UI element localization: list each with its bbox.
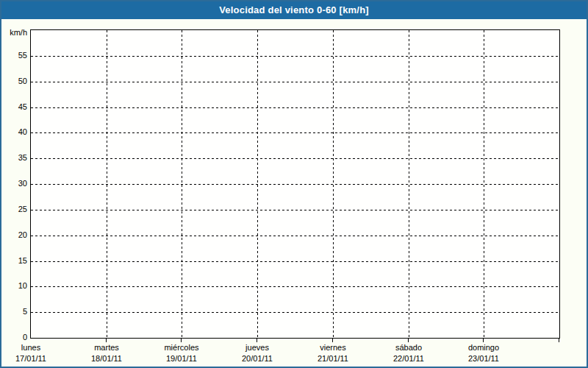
h-gridline bbox=[31, 210, 559, 210]
v-gridline bbox=[257, 30, 258, 338]
x-day-label: lunes17/01/11 bbox=[0, 342, 71, 364]
y-tick-label: 35 bbox=[1, 153, 27, 163]
v-gridline bbox=[333, 30, 334, 338]
y-tick-label: 55 bbox=[1, 51, 27, 60]
y-tick-label: 0 bbox=[1, 333, 27, 342]
y-axis-unit-label: km/h bbox=[1, 28, 27, 37]
y-tick-label: 25 bbox=[1, 205, 27, 214]
v-gridline bbox=[182, 30, 182, 338]
h-gridline bbox=[31, 107, 559, 108]
x-day-label: sábado22/01/11 bbox=[368, 342, 449, 364]
x-day-date: 20/01/11 bbox=[217, 353, 298, 364]
h-gridline bbox=[31, 286, 559, 287]
h-gridline bbox=[31, 132, 559, 133]
y-tick-label: 50 bbox=[1, 77, 27, 86]
v-gridline bbox=[107, 30, 107, 338]
y-tick-label: 20 bbox=[1, 230, 27, 240]
x-day-label: miércoles19/01/11 bbox=[141, 342, 222, 364]
x-day-name: lunes bbox=[0, 342, 71, 353]
h-gridline bbox=[31, 56, 559, 57]
chart-window: Velocidad del viento 0-60 [km/h] km/h 05… bbox=[0, 0, 588, 368]
x-day-label: martes18/01/11 bbox=[66, 342, 147, 364]
chart-title: Velocidad del viento 0-60 [km/h] bbox=[219, 4, 369, 15]
y-tick-label: 40 bbox=[1, 127, 27, 137]
h-gridline bbox=[31, 158, 559, 159]
x-day-date: 22/01/11 bbox=[368, 353, 449, 364]
x-day-name: jueves bbox=[217, 342, 298, 353]
v-gridline bbox=[409, 30, 409, 338]
h-gridline bbox=[31, 312, 559, 313]
y-tick-label: 5 bbox=[1, 307, 27, 316]
x-tick-mark bbox=[559, 339, 559, 342]
y-tick-label: 45 bbox=[1, 102, 27, 112]
x-day-name: martes bbox=[66, 342, 147, 353]
x-day-name: domingo bbox=[443, 342, 524, 353]
x-day-name: miércoles bbox=[141, 342, 222, 353]
chart-title-bar: Velocidad del viento 0-60 [km/h] bbox=[1, 1, 587, 19]
h-gridline bbox=[31, 236, 559, 236]
x-day-label: domingo23/01/11 bbox=[443, 342, 524, 364]
x-day-date: 21/01/11 bbox=[293, 353, 373, 364]
h-gridline bbox=[31, 261, 559, 262]
h-gridline bbox=[31, 184, 559, 185]
y-tick-label: 30 bbox=[1, 179, 27, 188]
x-day-name: viernes bbox=[293, 342, 373, 353]
h-gridline bbox=[31, 82, 559, 82]
v-gridline bbox=[484, 30, 484, 338]
x-day-label: viernes21/01/11 bbox=[293, 342, 373, 364]
x-day-label: jueves20/01/11 bbox=[217, 342, 298, 364]
x-day-date: 17/01/11 bbox=[0, 353, 71, 364]
x-day-date: 19/01/11 bbox=[141, 353, 222, 364]
x-day-date: 23/01/11 bbox=[443, 353, 524, 364]
x-day-date: 18/01/11 bbox=[66, 353, 147, 364]
plot-area bbox=[30, 29, 560, 339]
y-tick-label: 10 bbox=[1, 281, 27, 291]
y-tick-label: 15 bbox=[1, 256, 27, 266]
x-day-name: sábado bbox=[368, 342, 449, 353]
